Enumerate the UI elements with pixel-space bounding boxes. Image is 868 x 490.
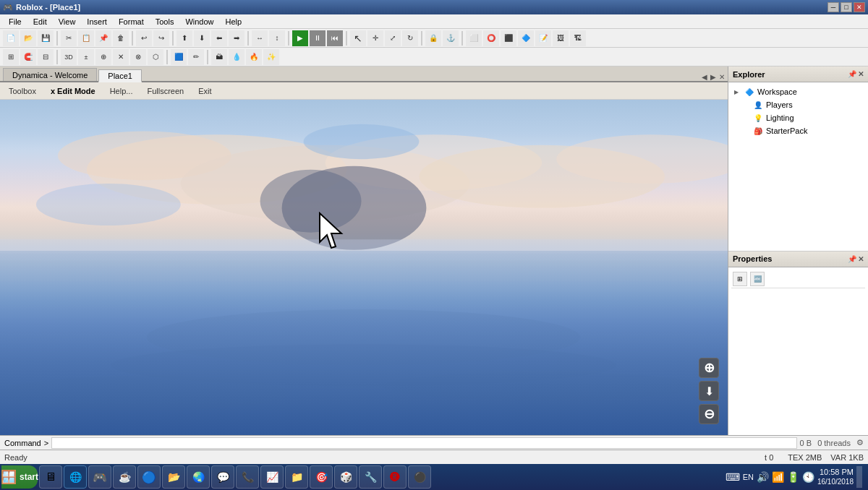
prop-sort-btn[interactable]: 🔤 <box>750 272 765 286</box>
sys-keyboard[interactable]: ⌨ <box>726 471 740 483</box>
tb-open[interactable]: 📂 <box>20 30 36 46</box>
tb2-f3[interactable]: ⊕ <box>95 49 111 65</box>
tb2-col2[interactable]: ✏ <box>188 49 204 65</box>
menu-view[interactable]: View <box>53 16 82 27</box>
tree-workspace[interactable]: ▶ 🔷 Workspace <box>728 85 868 98</box>
tab-arrow-right[interactable]: ▶ <box>710 73 716 81</box>
tb-scale[interactable]: ⤢ <box>385 30 401 46</box>
btn-fullscreen[interactable]: Fullscreen <box>144 85 187 97</box>
tb-save[interactable]: 💾 <box>38 30 54 46</box>
tb2-terrain[interactable]: 🏔 <box>211 49 227 65</box>
tb-move[interactable]: ✛ <box>367 30 383 46</box>
menu-help[interactable]: Help <box>220 16 248 27</box>
tb-box[interactable]: ⬜ <box>466 30 482 46</box>
start-button[interactable]: 🪟 start <box>1 465 38 489</box>
tb-cyl[interactable]: ⬛ <box>501 30 516 46</box>
tb2-water[interactable]: 💧 <box>229 49 244 65</box>
tb2-align[interactable]: ⊟ <box>38 49 54 65</box>
tb-script[interactable]: 📝 <box>535 30 551 46</box>
tab-welcome[interactable]: Dynamica - Welcome <box>3 68 97 81</box>
minimize-button[interactable]: ─ <box>827 2 839 12</box>
tb2-col1[interactable]: 🟦 <box>171 49 187 65</box>
btn-toolbox[interactable]: Toolbox <box>6 85 39 97</box>
tb-new[interactable]: 📄 <box>3 30 19 46</box>
tree-players[interactable]: 👤 Players <box>728 98 868 111</box>
tb-right[interactable]: ➡ <box>229 30 244 46</box>
taskbar-burn[interactable]: 🎯 <box>310 465 333 489</box>
taskbar-game2[interactable]: 🎲 <box>334 465 357 489</box>
tb-down[interactable]: ⬇ <box>194 30 210 46</box>
tb-part[interactable]: 🔷 <box>518 30 534 46</box>
sys-show-desktop[interactable] <box>856 466 862 488</box>
nav-down[interactable]: ⬇ <box>699 381 719 401</box>
taskbar-folder[interactable]: 📁 <box>285 465 308 489</box>
tree-starterpack[interactable]: 🎒 StarterPack <box>728 124 868 137</box>
maximize-button[interactable]: □ <box>841 2 852 12</box>
tb-redo[interactable]: ↪ <box>153 30 169 46</box>
taskbar-obs[interactable]: ⚫ <box>408 465 431 489</box>
tb-rotate[interactable]: ↻ <box>402 30 418 46</box>
taskbar-roblox[interactable]: 🅡 <box>383 465 407 489</box>
tb-resize2[interactable]: ↕ <box>269 30 285 46</box>
tree-lighting[interactable]: 💡 Lighting <box>728 111 868 124</box>
tb2-f6[interactable]: ⬡ <box>148 49 163 65</box>
taskbar-java[interactable]: ☕ <box>113 465 136 489</box>
tb2-f4[interactable]: ✕ <box>113 49 129 65</box>
close-button[interactable]: ✕ <box>854 2 865 12</box>
tb-select[interactable]: ↖ <box>350 30 366 46</box>
tb-resize1[interactable]: ↔ <box>252 30 268 46</box>
explorer-tree[interactable]: ▶ 🔷 Workspace 👤 Players 💡 Lighting 🎒 Sta… <box>728 82 868 252</box>
menu-tools[interactable]: Tools <box>150 16 180 27</box>
sys-battery[interactable]: 🔋 <box>787 471 799 483</box>
tb-gui[interactable]: 🖼 <box>553 30 569 46</box>
tb-model[interactable]: 🏗 <box>570 30 586 46</box>
taskbar-chart[interactable]: 📈 <box>260 465 284 489</box>
tb2-f5[interactable]: ⊗ <box>130 49 146 65</box>
tb2-f2[interactable]: ± <box>78 49 94 65</box>
tb-anchor[interactable]: ⚓ <box>443 30 459 46</box>
menu-format[interactable]: Format <box>113 16 150 27</box>
viewport[interactable]: ⊕ ⬇ ⊖ <box>0 100 728 435</box>
tb-copy[interactable]: 📋 <box>78 30 94 46</box>
tb2-grid[interactable]: ⊞ <box>3 49 19 65</box>
nav-zoom-in[interactable]: ⊕ <box>699 358 719 378</box>
tb-sphere[interactable]: ⭕ <box>483 30 499 46</box>
tb-cut[interactable]: ✂ <box>61 30 77 46</box>
tab-place1[interactable]: Place1 <box>98 69 142 82</box>
tb2-snap[interactable]: 🧲 <box>20 49 36 65</box>
prop-grid-btn[interactable]: ⊞ <box>733 272 747 286</box>
tb2-fx[interactable]: ✨ <box>263 49 279 65</box>
btn-edit-mode[interactable]: x Edit Mode <box>48 85 98 97</box>
taskbar-ie2[interactable]: 🌏 <box>187 465 210 489</box>
tb2-f1[interactable]: 3D <box>61 49 77 65</box>
tb-paste[interactable]: 📌 <box>95 30 111 46</box>
command-input[interactable] <box>51 437 796 449</box>
tab-close[interactable]: ✕ <box>719 73 725 81</box>
menu-window[interactable]: Window <box>179 16 219 27</box>
menu-insert[interactable]: Insert <box>81 16 113 27</box>
tb-undo[interactable]: ↩ <box>136 30 152 46</box>
taskbar-minecraft[interactable]: 🎮 <box>88 465 111 489</box>
tb-left[interactable]: ⬅ <box>211 30 227 46</box>
sys-network[interactable]: 📶 <box>772 471 784 483</box>
tb-play[interactable]: ▶ <box>292 30 308 46</box>
properties-close[interactable]: ✕ <box>858 255 864 263</box>
menu-file[interactable]: File <box>3 16 27 27</box>
taskbar-discord[interactable]: 💬 <box>211 465 234 489</box>
taskbar-show-desktop[interactable]: 🖥 <box>39 465 62 489</box>
taskbar-tool[interactable]: 🔧 <box>359 465 382 489</box>
taskbar-skype[interactable]: 📞 <box>236 465 259 489</box>
sys-volume[interactable]: 🔊 <box>757 471 769 483</box>
tb-lock[interactable]: 🔒 <box>425 30 441 46</box>
taskbar-filezilla[interactable]: 📂 <box>162 465 185 489</box>
menu-edit[interactable]: Edit <box>27 16 53 27</box>
tb-stop[interactable]: ⏮ <box>327 30 343 46</box>
tb-delete[interactable]: 🗑 <box>113 30 129 46</box>
btn-help[interactable]: Help... <box>107 85 136 97</box>
properties-pin[interactable]: 📌 <box>848 255 856 263</box>
taskbar-ie[interactable]: 🌐 <box>64 465 87 489</box>
explorer-pin[interactable]: 📌 <box>848 70 856 78</box>
nav-zoom-out[interactable]: ⊖ <box>699 404 719 424</box>
taskbar-orb[interactable]: 🔵 <box>137 465 161 489</box>
explorer-close[interactable]: ✕ <box>858 70 864 78</box>
